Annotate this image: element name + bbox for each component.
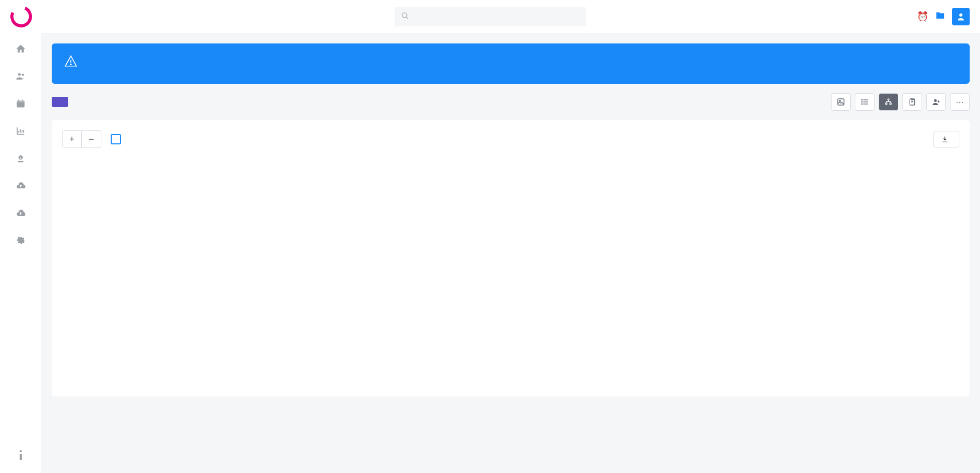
svg-point-2 bbox=[959, 13, 962, 17]
sidebar-people-icon[interactable] bbox=[16, 71, 26, 84]
zoom-out-button[interactable]: − bbox=[82, 130, 101, 148]
add-filter-button[interactable] bbox=[52, 97, 68, 107]
logo-icon bbox=[7, 3, 35, 31]
svg-point-20 bbox=[862, 100, 862, 100]
svg-point-0 bbox=[402, 13, 406, 18]
svg-rect-12 bbox=[20, 454, 22, 460]
zoom-in-button[interactable]: + bbox=[62, 130, 82, 148]
svg-point-21 bbox=[862, 102, 862, 102]
add-user-button[interactable] bbox=[926, 93, 946, 111]
sidebar-gear-icon[interactable] bbox=[16, 235, 26, 248]
svg-point-14 bbox=[70, 64, 71, 65]
export-button[interactable] bbox=[933, 131, 959, 147]
warning-icon bbox=[64, 54, 78, 73]
user-avatar-button[interactable] bbox=[952, 8, 970, 25]
svg-rect-24 bbox=[886, 103, 887, 105]
svg-point-23 bbox=[888, 99, 889, 100]
svg-point-16 bbox=[839, 100, 841, 102]
clock-icon[interactable]: ⏰ bbox=[917, 11, 928, 22]
folder-icon[interactable] bbox=[936, 11, 945, 23]
logo bbox=[10, 6, 41, 27]
view-orgchart-button[interactable] bbox=[879, 93, 898, 111]
view-checklist-button[interactable] bbox=[902, 93, 922, 111]
svg-point-3 bbox=[18, 73, 21, 76]
svg-rect-6 bbox=[17, 100, 25, 102]
svg-line-1 bbox=[406, 17, 408, 19]
sidebar-calendar-icon[interactable] bbox=[16, 98, 26, 111]
svg-rect-25 bbox=[890, 103, 892, 105]
svg-point-4 bbox=[22, 73, 24, 76]
sidebar-chart-icon[interactable] bbox=[16, 126, 26, 139]
sidebar-upload-icon[interactable] bbox=[16, 181, 26, 194]
sidebar-download-icon[interactable] bbox=[16, 208, 26, 221]
sidebar-info-icon[interactable] bbox=[19, 450, 23, 463]
trial-banner bbox=[52, 43, 970, 84]
view-card-button[interactable] bbox=[831, 93, 851, 111]
svg-point-27 bbox=[934, 99, 937, 102]
search-input[interactable] bbox=[395, 7, 586, 26]
svg-rect-15 bbox=[838, 99, 844, 105]
expand-all-checkbox[interactable] bbox=[111, 134, 126, 144]
view-list-button[interactable] bbox=[855, 93, 875, 111]
sidebar-money-icon[interactable]: $ bbox=[16, 153, 26, 166]
svg-point-11 bbox=[20, 450, 22, 452]
search-icon bbox=[401, 11, 409, 22]
more-button[interactable]: ⋯ bbox=[950, 93, 970, 111]
sidebar-home-icon[interactable] bbox=[16, 43, 26, 56]
svg-point-22 bbox=[862, 104, 862, 105]
